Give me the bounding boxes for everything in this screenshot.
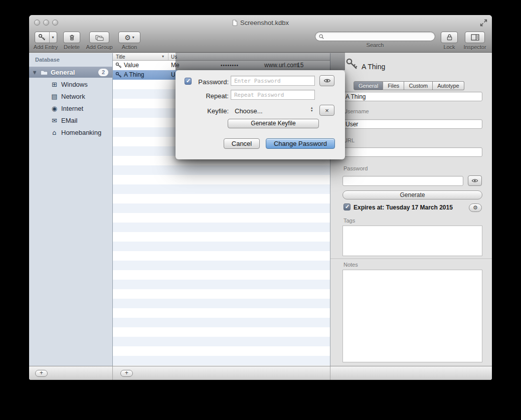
key-icon (38, 34, 46, 41)
sidebar-item-network[interactable]: ▤ Network (29, 90, 112, 102)
sidebar-group-label: General (51, 69, 75, 76)
tab-general[interactable]: General (354, 81, 383, 90)
tags-box[interactable] (342, 226, 482, 256)
password-label: Password (343, 165, 368, 171)
dialog-password-input[interactable] (231, 76, 315, 86)
bottom-bar: + + (29, 366, 492, 380)
change-password-dialog: Password: Repeat: Keyfile: Choose... ▴▾ … (176, 70, 345, 159)
sidebar-item-homebanking[interactable]: ⌂ Homebanking (29, 126, 112, 138)
key-icon (115, 62, 122, 69)
change-password-button[interactable]: Change Password (266, 138, 335, 149)
sidebar-item-label: Network (61, 93, 85, 100)
minimize-window-button[interactable] (43, 20, 49, 26)
add-group-label: Add Group (86, 44, 112, 50)
inspector-entry-title: A Thing (362, 63, 385, 71)
delete-button[interactable] (63, 32, 80, 43)
lock-label: Lock (443, 44, 455, 50)
url-label: URL (343, 137, 355, 143)
tab-files[interactable]: Files (383, 81, 404, 90)
column-divider[interactable] (168, 53, 168, 60)
cancel-button[interactable]: Cancel (224, 138, 260, 149)
expires-settings-button[interactable]: ⚙ (469, 203, 482, 212)
entry-title-cell: A Thing (124, 71, 144, 78)
desktop-background: Screenshot.kdbx ▾ Add Entry Delete (0, 0, 521, 420)
tab-autotype[interactable]: Autotype (433, 81, 464, 90)
generate-password-button[interactable]: Generate (342, 190, 482, 199)
tags-label: Tags (343, 218, 355, 224)
reveal-password-button[interactable] (468, 175, 482, 186)
add-entry-button[interactable]: ▾ (35, 32, 57, 43)
house-icon: ⌂ (50, 129, 59, 136)
popup-stepper-icon[interactable]: ▴▾ (311, 106, 313, 112)
inspector-toggle-button[interactable] (465, 32, 485, 43)
inspector-label: Inspector (463, 44, 486, 50)
network-icon: ▤ (50, 93, 59, 100)
disclosure-triangle-icon[interactable]: ▼ (33, 70, 38, 75)
search-icon (318, 34, 324, 40)
add-entry-label: Add Entry (34, 44, 58, 50)
sidebar-item-internet[interactable]: ◉ Internet (29, 102, 112, 114)
lock-icon (446, 34, 453, 41)
sidebar-group-general[interactable]: ▼ General 2 (29, 67, 112, 78)
action-label: Action (122, 44, 137, 50)
divider (330, 259, 492, 259)
dialog-reveal-password-button[interactable] (319, 75, 334, 86)
zoom-window-button[interactable] (52, 20, 58, 26)
dialog-keyfile-label: Keyfile: (191, 107, 229, 115)
expires-checkbox[interactable] (343, 203, 351, 211)
add-entry-plus-button[interactable]: + (120, 370, 133, 377)
folders-icon (95, 34, 104, 42)
sidebar-item-label: Internet (61, 105, 83, 112)
sidebar-item-email[interactable]: ✉ EMail (29, 114, 112, 126)
inspector-panel: A Thing General Files Custom Autotype Us… (330, 53, 492, 366)
windows-icon: ⊞ (50, 81, 59, 88)
tab-custom[interactable]: Custom (404, 81, 433, 90)
sidebar-item-label: EMail (61, 117, 78, 124)
notes-label: Notes (343, 262, 358, 268)
password-field[interactable] (342, 176, 463, 186)
search-label: Search (367, 42, 384, 48)
notes-box[interactable] (342, 270, 482, 362)
fullscreen-icon[interactable] (480, 19, 487, 27)
add-group-plus-button[interactable]: + (35, 370, 48, 377)
lock-button[interactable] (441, 32, 458, 43)
search-input[interactable] (326, 33, 432, 40)
dialog-password-label: Password: (191, 78, 229, 86)
clear-keyfile-button[interactable]: × (319, 105, 334, 116)
eye-icon (471, 178, 478, 183)
document-icon (232, 20, 238, 26)
url-field[interactable] (342, 147, 482, 157)
add-group-button[interactable] (89, 32, 109, 43)
gear-icon: ⚙ (473, 204, 478, 211)
dialog-shadow (176, 53, 345, 70)
close-window-button[interactable] (34, 20, 40, 26)
title-field[interactable] (342, 92, 482, 101)
dialog-repeat-label: Repeat: (191, 92, 229, 100)
add-entry-dropdown[interactable]: ▾ (49, 32, 57, 43)
key-icon (115, 72, 122, 78)
action-dropdown-arrow-icon: ▾ (132, 35, 134, 40)
key-icon (345, 58, 358, 70)
delete-label: Delete (64, 44, 80, 50)
sidebar-section-header: Database (29, 53, 112, 63)
username-label: Username (343, 108, 369, 114)
close-icon: × (325, 107, 329, 114)
sidebar-item-label: Windows (61, 81, 88, 88)
toolbar: ▾ Add Entry Delete Add Group ⚙ ▾ (29, 30, 492, 53)
keyfile-popup-button[interactable]: Choose... (235, 107, 263, 115)
divider (330, 366, 330, 380)
inspector-tabs: General Files Custom Autotype (354, 81, 464, 90)
column-header-title[interactable]: Title (116, 54, 125, 60)
generate-keyfile-button[interactable]: Generate Keyfile (228, 119, 319, 128)
search-field[interactable] (315, 32, 435, 41)
sidebar-item-label: Homebanking (61, 129, 101, 136)
sidebar-item-windows[interactable]: ⊞ Windows (29, 78, 112, 90)
sidebar: Database ▼ General 2 ⊞ Windows ▤ (29, 53, 113, 366)
action-button[interactable]: ⚙ ▾ (118, 32, 140, 43)
gear-icon: ⚙ (124, 34, 131, 42)
divider (112, 366, 113, 380)
username-field[interactable] (342, 119, 482, 129)
dialog-repeat-input[interactable] (231, 90, 315, 100)
sidebar-group-badge: 2 (98, 69, 108, 76)
trash-icon (68, 34, 76, 41)
